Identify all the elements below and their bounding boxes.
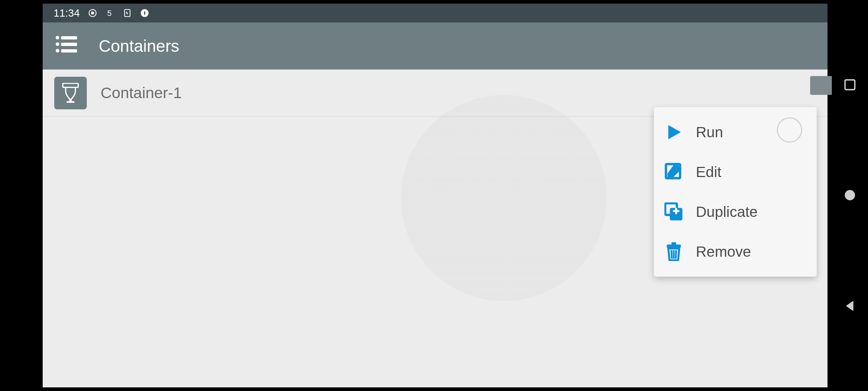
svg-rect-13 [67,101,75,102]
menu-item-remove[interactable]: Remove [654,232,817,272]
svg-line-19 [672,250,672,259]
svg-point-9 [56,49,59,52]
svg-text:5: 5 [107,9,111,18]
menu-item-label: Edit [696,164,722,181]
nav-back-icon[interactable] [843,299,857,313]
svg-rect-22 [845,80,855,90]
trash-icon [664,242,684,261]
svg-rect-10 [61,49,77,52]
menu-item-label: Remove [696,243,751,260]
container-icon [54,77,87,109]
touch-ripple [777,117,802,143]
svg-point-23 [845,190,855,200]
nav-home-icon[interactable] [844,189,856,201]
system-nav-rail [832,0,868,391]
menu-item-label: Run [696,124,723,141]
status-time: 11:34 [54,7,80,19]
svg-rect-8 [61,43,77,46]
app-bar: Containers [43,22,827,70]
svg-point-1 [91,12,94,15]
record-icon [88,8,97,18]
app-frame: 11:34 5 Containers [43,4,827,387]
background-watermark [401,95,607,301]
context-menu: Run Edit Duplicate Remove [654,107,817,277]
list-item-label: Container-1 [101,84,182,102]
nav-recents-icon[interactable] [843,78,856,91]
play-icon [664,122,684,142]
hamburger-menu-icon[interactable] [55,35,77,57]
svg-point-5 [56,36,59,39]
page-title: Containers [99,36,179,56]
svg-point-7 [56,42,59,46]
menu-item-label: Duplicate [696,203,758,220]
menu-item-edit[interactable]: Edit [654,152,817,192]
status-bar: 11:34 5 [43,4,827,22]
content-area: Container-1 Run Edit Duplic [43,70,827,387]
duplicate-icon [664,202,684,222]
compass-icon [140,8,149,18]
svg-rect-18 [672,242,676,245]
edit-icon [664,162,684,182]
svg-rect-11 [63,83,78,87]
five-icon: 5 [105,8,115,18]
svg-rect-6 [61,36,77,39]
svg-line-21 [676,250,676,259]
battery-icon [123,8,132,18]
side-tab[interactable] [810,76,832,95]
menu-item-duplicate[interactable]: Duplicate [654,192,817,232]
